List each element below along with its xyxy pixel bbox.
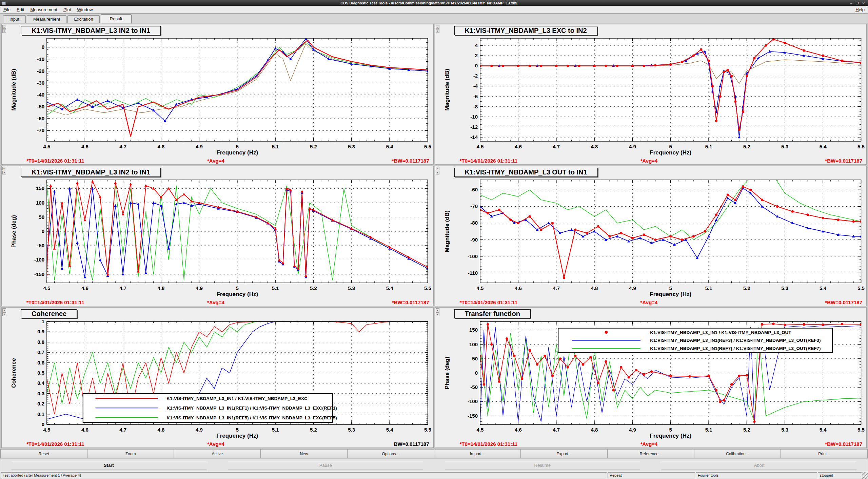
- export-button[interactable]: Export...: [521, 449, 608, 458]
- plot-canvas[interactable]: 4.54.64.74.84.955.15.25.35.45.500.10.20.…: [7, 319, 433, 440]
- svg-text:5.1: 5.1: [272, 144, 279, 149]
- svg-text:Frequency (Hz): Frequency (Hz): [216, 149, 258, 156]
- svg-text:-50: -50: [470, 384, 478, 390]
- reset-button[interactable]: Reset: [0, 449, 87, 458]
- svg-text:-4: -4: [473, 83, 478, 89]
- status-bar: Test aborted (after Measurement 1 / Aver…: [0, 472, 868, 479]
- panel-side-strip: ▸ ▾: [435, 308, 440, 447]
- annotation-bw: *BW=0.0117187: [392, 158, 433, 164]
- svg-text:50: 50: [39, 214, 44, 220]
- panel-collapse-icon[interactable]: ▾: [2, 29, 6, 33]
- plot-annotations: *T0=14/01/2026 01:31:11 *Avg=4 *BW=0.011…: [7, 298, 433, 306]
- status-fourier-tools: Fourier tools: [696, 472, 817, 478]
- svg-text:Magnitude (dB): Magnitude (dB): [444, 210, 450, 252]
- tab-bar: Input Measurement Excitation Result: [0, 14, 868, 23]
- plot-panel: ▸ ▾ K1:VIS-ITMY_NBDAMP_L3 IN2 to IN1 4.5…: [1, 166, 434, 306]
- status-repeat: Repeat: [608, 472, 695, 478]
- svg-text:Frequency (Hz): Frequency (Hz): [216, 433, 258, 439]
- panel-collapse-icon[interactable]: ▾: [2, 312, 6, 316]
- svg-text:K1:VIS-ITMY_NBDAMP_L3_IN1(REF1: K1:VIS-ITMY_NBDAMP_L3_IN1(REF1) / K1:VIS…: [166, 405, 337, 411]
- tab-measurement[interactable]: Measurement: [27, 15, 66, 23]
- panel-collapse-icon[interactable]: ▾: [436, 29, 439, 33]
- svg-text:4.9: 4.9: [629, 285, 636, 291]
- svg-text:-150: -150: [467, 413, 477, 419]
- svg-text:5.2: 5.2: [743, 427, 750, 433]
- annotation-bw: *BW=0.0117187: [392, 299, 433, 305]
- svg-text:4.7: 4.7: [119, 144, 126, 149]
- panel-expand-icon[interactable]: ▸: [436, 25, 439, 29]
- svg-text:K1:VIS-ITMY_NBDAMP_L3_IN1 / K1: K1:VIS-ITMY_NBDAMP_L3_IN1 / K1:VIS-ITMY_…: [650, 330, 791, 335]
- panel-expand-icon[interactable]: ▸: [2, 167, 6, 170]
- plot-canvas[interactable]: 4.54.64.74.84.955.15.25.35.45.5-110-100-…: [440, 177, 867, 298]
- plot-title: Coherence: [21, 309, 77, 318]
- svg-text:5.4: 5.4: [819, 285, 827, 291]
- svg-text:4.5: 4.5: [476, 285, 484, 291]
- annotation-avg: *Avg=4: [207, 441, 224, 447]
- plot-canvas[interactable]: 4.54.64.74.84.955.15.25.35.45.5-14-12-10…: [440, 36, 867, 157]
- svg-text:0: 0: [475, 370, 477, 376]
- close-icon[interactable]: ✕: [862, 1, 865, 5]
- menu-bar: File Edit Measurement Plot Window Help: [0, 6, 868, 14]
- options-button[interactable]: Options...: [348, 449, 434, 458]
- svg-text:4.7: 4.7: [553, 427, 560, 433]
- start-button[interactable]: Start: [0, 459, 217, 472]
- svg-text:4.9: 4.9: [629, 427, 636, 433]
- svg-text:4.6: 4.6: [514, 144, 521, 149]
- svg-text:4.7: 4.7: [119, 427, 126, 433]
- panel-collapse-icon[interactable]: ▾: [436, 171, 439, 174]
- zoom-button[interactable]: Zoom: [87, 449, 174, 458]
- resize-grip[interactable]: [862, 472, 868, 479]
- active-button[interactable]: Active: [174, 449, 261, 458]
- svg-text:-80: -80: [470, 220, 478, 226]
- svg-text:4.7: 4.7: [553, 285, 560, 291]
- menu-plot[interactable]: Plot: [60, 6, 74, 13]
- panel-collapse-icon[interactable]: ▾: [436, 312, 439, 316]
- plot-canvas[interactable]: 4.54.64.74.84.955.15.25.35.45.5-150-100-…: [440, 319, 867, 440]
- menu-help[interactable]: Help: [852, 6, 868, 13]
- import-button[interactable]: Import...: [434, 449, 521, 458]
- svg-text:-100: -100: [467, 253, 477, 259]
- plot-title: K1:VIS-ITMY_NBDAMP_L3 IN2 to IN1: [21, 168, 161, 177]
- abort-button[interactable]: Abort: [651, 459, 868, 472]
- svg-text:Coherence: Coherence: [11, 358, 17, 388]
- tab-result[interactable]: Result: [101, 14, 132, 23]
- svg-text:5: 5: [236, 144, 239, 149]
- plot-canvas[interactable]: 4.54.64.74.84.955.15.25.35.45.5-150-100-…: [7, 177, 433, 298]
- print-button[interactable]: Print...: [781, 449, 868, 458]
- panel-collapse-icon[interactable]: ▾: [2, 171, 6, 174]
- annotation-bw: BW=0.0117187: [394, 441, 433, 447]
- calibration-button[interactable]: Calibration...: [694, 449, 781, 458]
- annotation-t0: *T0=14/01/2026 01:31:11: [7, 158, 84, 164]
- pause-button[interactable]: Pause: [217, 459, 434, 472]
- svg-text:Frequency (Hz): Frequency (Hz): [650, 433, 691, 439]
- menu-window[interactable]: Window: [74, 6, 96, 13]
- svg-text:-70: -70: [470, 203, 478, 209]
- tab-input[interactable]: Input: [3, 15, 26, 23]
- svg-text:5.5: 5.5: [857, 427, 865, 433]
- menu-file[interactable]: File: [0, 6, 14, 13]
- svg-text:5.3: 5.3: [348, 144, 355, 149]
- panel-side-strip: ▸ ▾: [435, 24, 440, 164]
- maximize-icon[interactable]: ❐: [856, 1, 859, 5]
- panel-expand-icon[interactable]: ▸: [2, 308, 6, 312]
- reference-button[interactable]: Reference...: [608, 449, 694, 458]
- svg-text:K1:VIS-ITMY_NBDAMP_L3_IN1(REF7: K1:VIS-ITMY_NBDAMP_L3_IN1(REF7) / K1:VIS…: [650, 346, 821, 351]
- plot-canvas[interactable]: 4.54.64.74.84.955.15.25.35.45.5-70-60-50…: [7, 36, 433, 157]
- tab-excitation[interactable]: Excitation: [67, 15, 99, 23]
- panel-expand-icon[interactable]: ▸: [436, 308, 439, 312]
- plot-annotations: *T0=14/01/2026 01:31:11 *Avg=4 BW=0.0117…: [7, 440, 433, 447]
- title-bar[interactable]: CDS Diagnostic Test Tools - /users/Commi…: [0, 0, 868, 6]
- svg-text:5.2: 5.2: [310, 427, 317, 433]
- menu-edit[interactable]: Edit: [14, 6, 27, 13]
- resume-button[interactable]: Resume: [434, 459, 651, 472]
- panel-expand-icon[interactable]: ▸: [2, 25, 6, 29]
- panel-expand-icon[interactable]: ▸: [436, 167, 439, 170]
- svg-text:-70: -70: [37, 127, 44, 133]
- svg-text:5.5: 5.5: [424, 144, 431, 149]
- svg-text:-40: -40: [37, 92, 44, 98]
- minimize-icon[interactable]: –: [850, 1, 852, 5]
- new-button[interactable]: New: [261, 449, 348, 458]
- menu-measurement[interactable]: Measurement: [27, 6, 60, 13]
- svg-text:-100: -100: [467, 398, 477, 404]
- svg-text:4.8: 4.8: [591, 144, 598, 149]
